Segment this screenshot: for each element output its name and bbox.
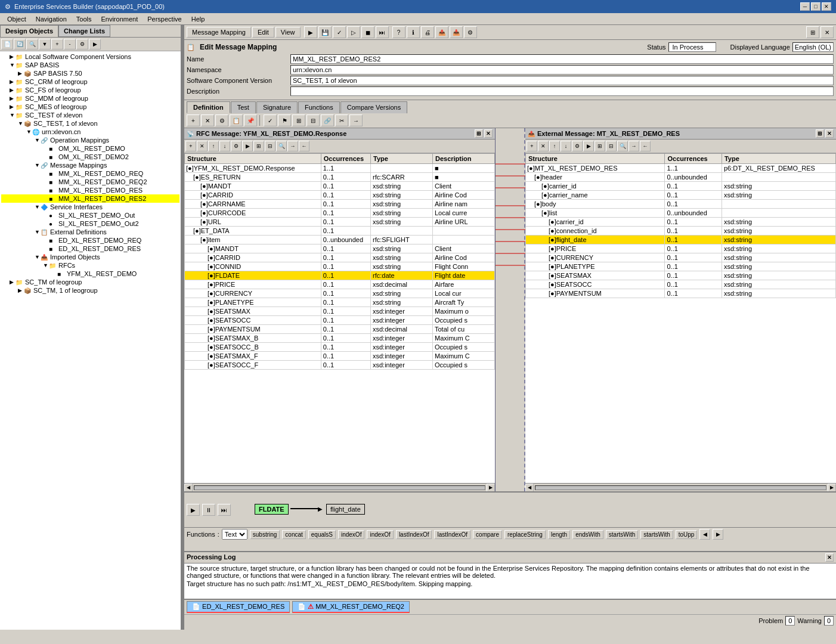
ext-hscroll-left[interactable]: ◀ xyxy=(525,484,534,492)
tree-item-sc-tm[interactable]: ▶ 📁 SC_TM of leogroup xyxy=(1,278,179,286)
ext-table-row[interactable]: [●]connection_id 0..1 xsd:string xyxy=(526,227,836,236)
mt-unlink[interactable]: ✂ xyxy=(335,114,348,126)
ext-table-row[interactable]: [●]SEATSOCC 0..1 xsd:string xyxy=(526,280,836,289)
tree-item-om2[interactable]: ■ OM_XL_REST_DEMO2 xyxy=(1,153,179,161)
rfc-table-row[interactable]: [●]FLDATE 0..1 rfc:date Flight date xyxy=(185,271,495,280)
tb-stop[interactable]: ◼ xyxy=(361,26,374,38)
tb-close-panel[interactable]: ✕ xyxy=(820,26,834,38)
func-source-box[interactable]: FLDATE xyxy=(255,504,289,515)
func-btn-substring[interactable]: substring xyxy=(250,530,280,539)
ext-table-row[interactable]: [●]PLANETYPE 0..1 xsd:string xyxy=(526,262,836,271)
rfc-table-row[interactable]: [●]CARRNAME 0..1 xsd:string Airline nam xyxy=(185,200,495,209)
rfc-tb-2[interactable]: ✕ xyxy=(197,141,208,151)
left-tb-properties[interactable]: ⚙ xyxy=(76,39,88,49)
tab-signature[interactable]: Signature xyxy=(256,101,298,113)
func-btn-length[interactable]: length xyxy=(548,530,570,539)
rfc-table-row[interactable]: [●]PRICE 0..1 xsd:decimal Airfare xyxy=(185,280,495,289)
tree-item-ext-defs[interactable]: ▼ 📋 External Definitions xyxy=(1,228,179,236)
tree-item-mm-req[interactable]: ■ MM_XL_REST_DEMO_REQ xyxy=(1,169,179,178)
func-btn-compare[interactable]: compare xyxy=(473,530,502,539)
func-btn-lastIndexOf2[interactable]: lastIndexOf xyxy=(434,530,470,539)
tree-item-si-out2[interactable]: ● SI_XL_REST_DEMO_Out2 xyxy=(1,219,179,228)
menu-help[interactable]: Help xyxy=(187,14,210,24)
tree-item-sc-mes[interactable]: ▶ 📁 SC_MES of leogroup xyxy=(1,103,179,111)
ext-tb-5[interactable]: ⚙ xyxy=(572,141,583,151)
left-tb-refresh[interactable]: 🔄 xyxy=(14,39,26,49)
rfc-table-row[interactable]: [●]YFM_XL_REST_DEMO.Response 1..1 ■ xyxy=(185,164,495,173)
tree-item-sc-tm-1[interactable]: ▶ 📦 SC_TM, 1 of leogroup xyxy=(1,286,179,295)
rfc-hscroll-track[interactable] xyxy=(194,485,485,490)
mm-menu-edit[interactable]: Edit xyxy=(252,27,274,38)
ext-tb-8[interactable]: ⊟ xyxy=(606,141,617,151)
ext-hscroll-right[interactable]: ▶ xyxy=(828,484,836,492)
rfc-table-row[interactable]: [●]PAYMENTSUM 0..1 xsd:decimal Total of … xyxy=(185,325,495,334)
mt-add[interactable]: + xyxy=(187,114,200,126)
emm-desc-value[interactable] xyxy=(290,86,834,96)
rfc-tb-9[interactable]: 🔍 xyxy=(276,141,287,151)
tree-item-msg-mappings[interactable]: ▼ 🔗 Message Mappings xyxy=(1,161,179,169)
tb-run[interactable]: ▷ xyxy=(347,26,360,38)
func-btn-startsWith2[interactable]: startsWith xyxy=(640,530,673,539)
ext-table-row[interactable]: [●]carrier_name 0..1 xsd:string xyxy=(526,191,836,200)
tree-item-svc-ifaces[interactable]: ▼ 🔷 Service Interfaces xyxy=(1,203,179,211)
tree-item-sc-crm[interactable]: ▶ 📁 SC_CRM of leogroup xyxy=(1,78,179,86)
ext-tb-10[interactable]: → xyxy=(628,141,639,151)
rfc-table-row[interactable]: [●]SEATSOCC_F 0..1 xsd:integer Occupied … xyxy=(185,361,495,370)
tb-info[interactable]: ℹ xyxy=(407,26,420,38)
tree-item-om1[interactable]: ■ OM_XL_REST_DEMO xyxy=(1,144,179,153)
fb-btn1[interactable]: ▶ xyxy=(187,504,200,516)
ext-table-row[interactable]: [●]flight_date 0..1 xsd:string xyxy=(526,236,836,244)
rfc-table-row[interactable]: [●]ET_DATA 0..1 xyxy=(185,227,495,236)
ext-tb-4[interactable]: ↓ xyxy=(561,141,571,151)
ext-table-row[interactable]: [●]PAYMENTSUM 0..1 xsd:string xyxy=(526,289,836,298)
minimize-button[interactable]: ─ xyxy=(800,2,810,11)
tree-item-sc-fs[interactable]: ▶ 📁 SC_FS of leogroup xyxy=(1,86,179,94)
ext-tb-7[interactable]: ⊞ xyxy=(595,141,605,151)
fb-btn3[interactable]: ⏭ xyxy=(218,504,231,516)
func-btn-indexOf2[interactable]: indexOf xyxy=(367,530,393,539)
mt-expand-all[interactable]: ⊞ xyxy=(292,114,305,126)
tb-save[interactable]: 💾 xyxy=(318,26,332,38)
rfc-table-row[interactable]: [●]SEATSMAX_B 0..1 xsd:integer Maximum C xyxy=(185,334,495,343)
rfc-table-row[interactable]: [●]MANDT 0..1 xsd:string Client xyxy=(185,244,495,253)
rfc-hscroll-right[interactable]: ▶ xyxy=(487,484,495,492)
tb-step[interactable]: ⏭ xyxy=(376,26,389,38)
ext-tb-6[interactable]: ▶ xyxy=(583,141,594,151)
tree-item-mm-req2[interactable]: ■ MM_XL_REST_DEMO_REQ2 xyxy=(1,178,179,186)
rfc-table-row[interactable]: [●]SEATSMAX 0..1 xsd:integer Maximum o xyxy=(185,307,495,316)
rfc-table-row[interactable]: [●]PLANETYPE 0..1 xsd:string Aircraft Ty xyxy=(185,298,495,307)
rfc-table-row[interactable]: [●]SEATSMAX_F 0..1 xsd:integer Maximum C xyxy=(185,352,495,361)
tree-item-sc-test[interactable]: ▼ 📁 SC_TEST of xlevon xyxy=(1,111,179,119)
ext-maximize[interactable]: ⊞ xyxy=(816,129,824,138)
func-btn-replaceString[interactable]: replaceString xyxy=(504,530,546,539)
func-btn-lastIndexOf1[interactable]: lastIndexOf xyxy=(396,530,432,539)
tree-item-local-sw[interactable]: ▶ 📁 Local Software Component Versions xyxy=(1,52,179,61)
menu-tools[interactable]: Tools xyxy=(72,14,97,24)
rfc-tb-10[interactable]: → xyxy=(287,141,298,151)
tree-item-sc-mdm[interactable]: ▶ 📁 SC_MDM of leogroup xyxy=(1,94,179,103)
left-tb-more[interactable]: ▶ xyxy=(89,39,101,49)
rfc-tb-7[interactable]: ⊞ xyxy=(253,141,264,151)
tree-item-urn[interactable]: ▼ 🌐 urn:xlevon.cn xyxy=(1,128,179,136)
func-btn-concat[interactable]: concat xyxy=(282,530,305,539)
rfc-hscroll[interactable]: ◀ ▶ xyxy=(184,483,495,491)
ext-tb-9[interactable]: 🔍 xyxy=(617,141,628,151)
tree-item-sap-basis[interactable]: ▼ 📁 SAP BASIS xyxy=(1,61,179,69)
rfc-tb-8[interactable]: ⊟ xyxy=(265,141,275,151)
mt-arrow[interactable]: → xyxy=(349,114,363,126)
func-scroll-right[interactable]: ▶ xyxy=(713,529,723,540)
rfc-table-row[interactable]: [●]CURRENCY 0..1 xsd:string Local cur xyxy=(185,289,495,298)
rfc-table-row[interactable]: [●]ES_RETURN 0..1 rfc:SCARR ■ xyxy=(185,173,495,182)
tb-check[interactable]: ✓ xyxy=(333,26,346,38)
tree-item-op-mappings[interactable]: ▼ 🔗 Operation Mappings xyxy=(1,136,179,144)
func-btn-equalsS[interactable]: equalsS xyxy=(308,530,336,539)
status-tab-mm[interactable]: 📄 ⚠ MM_XL_REST_DEMO_REQ2 xyxy=(292,601,410,613)
ext-table-row[interactable]: [●]CURRENCY 0..1 xsd:string xyxy=(526,253,836,262)
func-btn-endsWith[interactable]: endsWith xyxy=(572,530,603,539)
tree-item-sap-basis-750[interactable]: ▶ 📦 SAP BASIS 7.50 xyxy=(1,69,179,78)
tab-design-objects[interactable]: Design Objects xyxy=(0,25,58,37)
maximize-button[interactable]: □ xyxy=(811,2,820,11)
tree-item-yfm[interactable]: ■ YFM_XL_REST_DEMO xyxy=(1,270,179,278)
tree-item-rfcs[interactable]: ▼ 📁 RFCs xyxy=(1,261,179,270)
tb-help[interactable]: ? xyxy=(392,26,405,38)
